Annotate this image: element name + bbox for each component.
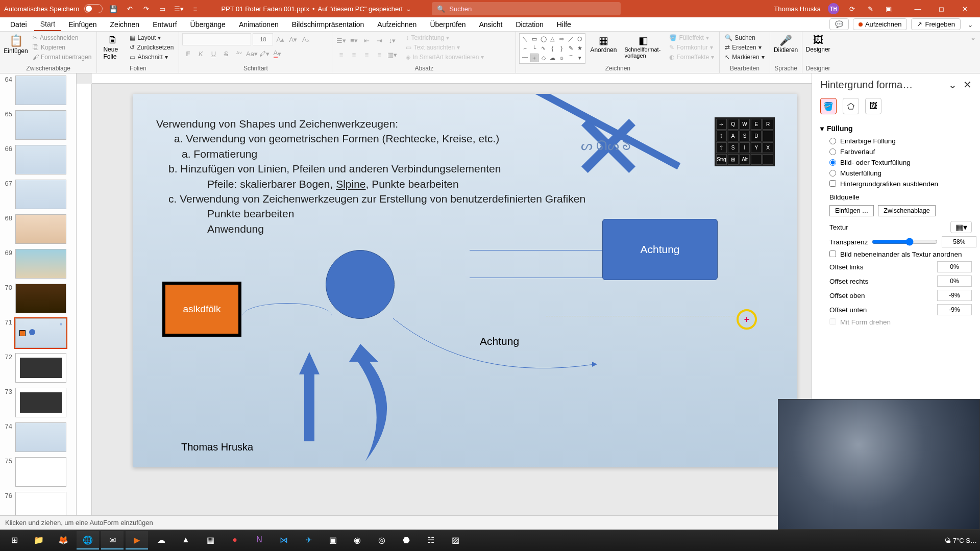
char-spacing-button[interactable]: Aa▾ [246,48,257,59]
thumb-74[interactable] [15,422,66,452]
align-center-button[interactable]: ≡ [348,49,359,60]
shape-curved-arrow[interactable] [330,339,416,467]
highlight-button[interactable]: 🖍▾ [259,48,270,59]
thumb-71[interactable]: ✕ [15,318,66,348]
sync-icon[interactable]: ⟳ [846,3,857,14]
shape-callout-icon[interactable]: ◇ [539,54,548,62]
thumb-73[interactable] [15,388,66,417]
thumb-76[interactable] [15,492,66,515]
connector-dashed[interactable] [546,316,735,317]
task-app7[interactable]: ☵ [420,531,442,549]
offset-bottom-input[interactable] [937,304,972,315]
font-family-input[interactable] [182,33,251,45]
fill-section-header[interactable]: ▾Füllung [820,121,972,136]
shape-can-icon[interactable]: ⌾ [557,54,566,62]
thumb-68[interactable] [15,214,66,244]
connector-top[interactable] [470,250,602,251]
shape-freeform-icon[interactable]: ✎ [567,44,575,53]
qat-overflow-icon[interactable]: ≡ [189,3,201,14]
layout-button[interactable]: ▦Layout ▾ [128,33,176,42]
radio-solid[interactable]: Einfarbige Füllung [820,136,972,146]
task-obs[interactable]: ◉ [346,531,369,549]
strikethrough-button[interactable]: S̶ [220,48,232,59]
bullets-button[interactable]: ☰▾ [335,35,347,46]
new-slide-button[interactable]: 🗎 Neue Folie [100,33,126,61]
ribbon-collapse-icon[interactable]: ⌄ [966,32,980,73]
task-vscode[interactable]: ⋈ [273,531,295,549]
task-app1[interactable]: ☁ [150,531,173,549]
shape-plus-icon[interactable]: ＋ [530,54,538,62]
smartart-button[interactable]: ◈In SmartArt konvertieren ▾ [404,53,486,62]
shape-rounded-rect[interactable]: Achtung [602,219,718,280]
tab-hilfe[interactable]: Hilfe [551,18,577,31]
replace-button[interactable]: ⇄Ersetzen ▾ [723,43,766,52]
user-avatar[interactable]: TH [828,3,839,14]
fill-tab-icon[interactable]: 🪣 [820,98,837,114]
task-app5[interactable]: ◎ [371,531,393,549]
task-outlook[interactable]: ✉ [101,531,124,549]
italic-button[interactable]: K [195,48,206,59]
author-name[interactable]: Thomas Hruska [181,441,253,453]
comments-button[interactable]: 💬 [829,18,849,30]
task-firefox[interactable]: 🦊 [52,531,75,549]
clipboard-button[interactable]: Zwischenablage [878,205,935,216]
tab-datei[interactable]: Datei [4,18,33,31]
connector-arrow-curve[interactable] [390,316,600,382]
offset-right-input[interactable] [937,276,972,287]
tab-entwurf[interactable]: Entwurf [146,18,183,31]
pane-options-icon[interactable]: ⌄ [948,79,957,91]
present-from-start-icon[interactable]: ▭ [157,3,168,14]
maximize-button[interactable]: ◻ [930,0,952,17]
line-spacing-button[interactable]: ↕▾ [386,35,398,46]
text-direction-button[interactable]: ↕Textrichtung ▾ [404,33,486,42]
shape-triangle-icon[interactable]: △ [548,35,557,43]
shape-rect-icon[interactable]: ▭ [530,35,538,43]
redo-icon[interactable]: ↷ [140,3,152,14]
columns-button[interactable]: ▥▾ [386,49,398,60]
align-left-button[interactable]: ≡ [335,49,347,60]
weather-widget[interactable]: 🌤 7°C S… [944,537,977,544]
thumb-64[interactable] [15,76,66,105]
shape-line2-icon[interactable]: ／ [567,35,575,43]
undo-icon[interactable]: ↶ [124,3,135,14]
indent-decrease-button[interactable]: ⇤ [361,35,372,46]
clear-format-icon[interactable]: Aₓ [300,34,311,45]
picture-tab-icon[interactable]: 🖼 [865,98,881,114]
offset-left-input[interactable] [937,261,972,272]
collapse-ribbon-icon[interactable]: ⌄ [965,19,976,30]
slide-canvas-area[interactable]: Verwendung von Shapes und Zeichenwerkzeu… [77,73,812,515]
radio-gradient[interactable]: Farbverlauf [820,146,972,157]
shape-orange-box[interactable]: aslkdfölk [162,282,241,337]
autosave-toggle[interactable] [84,4,103,13]
shape-circle[interactable] [326,250,395,319]
decrease-font-icon[interactable]: A▾ [287,34,299,45]
align-text-button[interactable]: ▭Text ausrichten ▾ [404,43,486,52]
task-app6[interactable]: ⬣ [395,531,418,549]
fill-button[interactable]: 🪣Fülleffekt ▾ [667,33,716,42]
task-app2[interactable]: ▦ [199,531,222,549]
shape-arc-icon[interactable]: ⌒ [567,54,575,62]
dictate-button[interactable]: 🎤Diktieren [773,33,799,55]
pane-close-icon[interactable]: ✕ [963,79,972,91]
increase-font-icon[interactable]: A▴ [275,34,286,45]
thumb-69[interactable] [15,249,66,279]
shape-elbow-icon[interactable]: └ [530,44,538,53]
image-keyboard[interactable]: ⇥QWER ⇪ASD ⇧SIYX Strg⊞Alt [715,117,775,166]
connector-bottom[interactable] [470,278,602,279]
shape-more-icon[interactable]: ▾ [576,54,584,62]
thumb-70[interactable] [15,284,66,313]
shape-scribble-icon[interactable]: 〰 [521,54,529,62]
section-button[interactable]: ▭Abschnitt ▾ [128,53,176,62]
shape-star-icon[interactable]: ★ [576,44,584,53]
radio-picture[interactable]: Bild- oder Texturfüllung [820,157,972,168]
shape-brace-icon[interactable]: { [548,44,557,53]
task-powerpoint[interactable]: ▶ [126,531,148,549]
thumb-72[interactable] [15,353,66,383]
touch-mode-icon[interactable]: ☰▾ [173,3,184,14]
task-app4[interactable]: ▣ [322,531,344,549]
shape-cloud-icon[interactable]: ☁ [548,54,557,62]
tab-einfuegen[interactable]: Einfügen [62,18,103,31]
task-app3[interactable]: ● [224,531,246,549]
font-size-input[interactable]: 18 [253,33,273,45]
close-button[interactable]: ✕ [953,0,976,17]
